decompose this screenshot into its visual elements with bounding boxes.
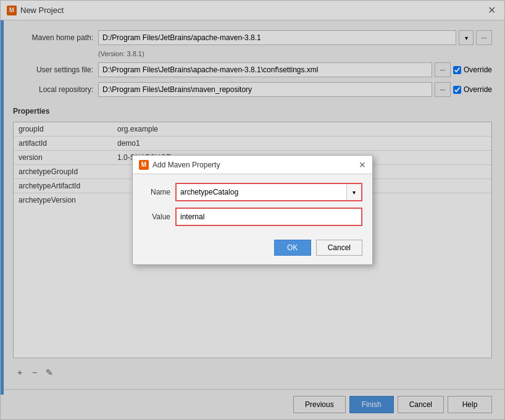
modal-close-button[interactable]: ✕ — [359, 160, 366, 170]
add-maven-property-dialog: M Add Maven Property ✕ Name ▾ — [132, 155, 373, 265]
modal-cancel-button[interactable]: Cancel — [316, 240, 362, 256]
modal-overlay: M Add Maven Property ✕ Name ▾ — [1, 1, 504, 419]
modal-value-row: Value — [143, 208, 362, 226]
modal-icon: M — [139, 160, 149, 170]
modal-name-label: Name — [143, 188, 170, 196]
modal-body: Name ▾ Value — [133, 174, 372, 235]
modal-name-dropdown[interactable]: ▾ — [346, 184, 361, 200]
modal-ok-button[interactable]: OK — [274, 240, 311, 256]
modal-value-input[interactable] — [177, 209, 361, 225]
modal-name-input-wrap: ▾ — [175, 183, 362, 201]
modal-buttons: OK Cancel — [133, 235, 372, 264]
modal-name-input[interactable] — [177, 184, 346, 200]
modal-title: Add Maven Property — [152, 161, 220, 169]
modal-value-input-wrap — [175, 208, 362, 226]
main-window: M New Project ✕ Maven home path: ▾ ··· (… — [0, 0, 505, 420]
modal-value-label: Value — [143, 212, 170, 221]
modal-title-bar: M Add Maven Property ✕ — [133, 156, 372, 174]
modal-name-row: Name ▾ — [143, 183, 362, 201]
